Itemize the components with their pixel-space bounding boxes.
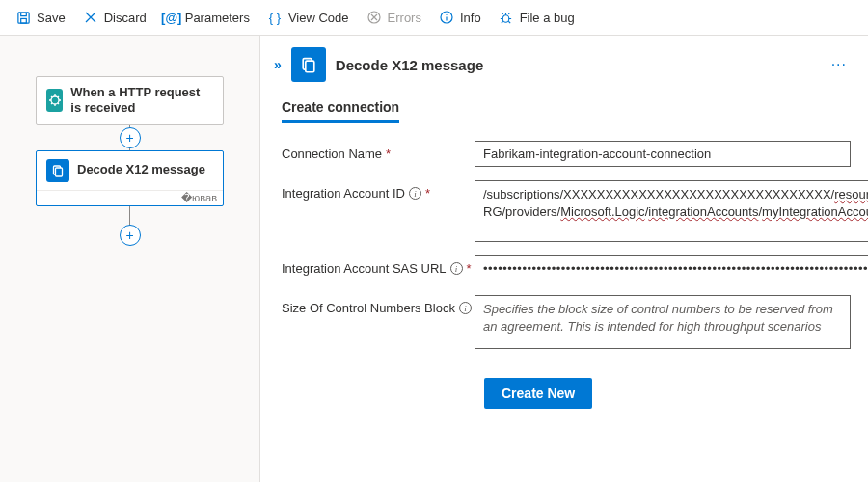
label-integration-account-id: Integration Account ID i * [282,180,475,201]
details-panel: » Decode X12 message ··· Create connecti… [260,36,868,482]
errors-icon [366,10,382,25]
designer-canvas[interactable]: When a HTTP request is received + Decode… [0,36,260,482]
svg-rect-0 [17,12,28,22]
required-marker: * [425,186,430,201]
file-bug-button[interactable]: File a bug [491,6,583,29]
discard-icon [83,10,98,25]
action-title: Decode X12 message [77,162,205,177]
row-connection-name: Connection Name * [282,141,851,167]
discard-button[interactable]: Discard [75,6,154,29]
save-label: Save [37,11,66,25]
view-code-button[interactable]: { } View Code [259,6,357,29]
code-icon: { } [267,10,283,25]
info-icon[interactable]: i [409,187,421,200]
info-icon[interactable]: i [459,302,472,314]
errors-button: Errors [359,6,429,29]
parameters-label: Parameters [185,11,250,25]
info-icon [439,10,454,25]
connection-badge-icon: �ював [181,192,217,204]
row-integration-account-id: Integration Account ID i * /subscription… [282,180,851,242]
x12-icon [46,159,69,182]
dangle [129,206,130,226]
info-icon[interactable]: i [450,262,463,275]
svg-point-5 [502,14,509,22]
panel-title: Decode X12 message [336,57,818,73]
more-button[interactable]: ··· [827,56,851,73]
create-new-button[interactable]: Create New [484,378,592,409]
main: When a HTTP request is received + Decode… [0,36,868,482]
row-block-size: Size Of Control Numbers Block i Specifie… [282,295,851,349]
action-card[interactable]: Decode X12 message �ював [36,150,224,206]
trigger-title: When a HTTP request is received [70,85,213,117]
parameters-icon: [@] [164,10,179,25]
save-icon [15,10,31,25]
parameters-button[interactable]: [@] Parameters [156,6,258,29]
info-label: Info [460,11,481,25]
label-block-size: Size Of Control Numbers Block i [282,295,475,315]
form-actions: Create New [484,378,851,409]
toolbar: Save Discard [@] Parameters { } View Cod… [0,0,868,36]
block-size-input[interactable]: Specifies the block size of control numb… [475,295,851,349]
connection-name-input[interactable] [475,141,851,167]
add-step-button[interactable]: + [120,127,141,148]
info-button[interactable]: Info [431,6,489,29]
sas-url-input[interactable]: ••••••••••••••••••••••••••••••••••••••••… [475,255,868,281]
required-marker: * [467,261,472,276]
svg-point-4 [446,14,447,15]
trigger-card[interactable]: When a HTTP request is received [36,76,224,125]
view-code-label: View Code [288,11,349,25]
row-sas-url: Integration Account SAS URL i * ••••••••… [282,255,851,281]
required-marker: * [386,147,391,161]
card-foot: �ював [37,190,223,205]
connection-form: Connection Name * Integration Account ID… [272,141,851,409]
label-sas-url: Integration Account SAS URL i * [282,255,475,276]
svg-rect-1 [20,18,26,23]
bug-icon [499,10,514,25]
save-button[interactable]: Save [8,6,73,29]
collapse-button[interactable]: » [272,57,282,72]
integration-account-id-input[interactable]: /subscriptions/XXXXXXXXXXXXXXXXXXXXXXXXX… [475,180,868,242]
file-bug-label: File a bug [520,11,575,25]
connector: + [129,125,130,150]
svg-rect-10 [306,61,314,72]
label-connection-name: Connection Name * [282,141,475,161]
tab-create-connection[interactable]: Create connection [282,99,399,123]
discard-label: Discard [104,11,147,25]
panel-x12-icon [291,47,326,82]
svg-rect-8 [56,168,63,176]
tabbar: Create connection [282,99,851,123]
http-trigger-icon [46,89,63,112]
add-step-end-button[interactable]: + [120,225,141,246]
panel-header: » Decode X12 message ··· [272,47,851,82]
errors-label: Errors [388,11,421,25]
